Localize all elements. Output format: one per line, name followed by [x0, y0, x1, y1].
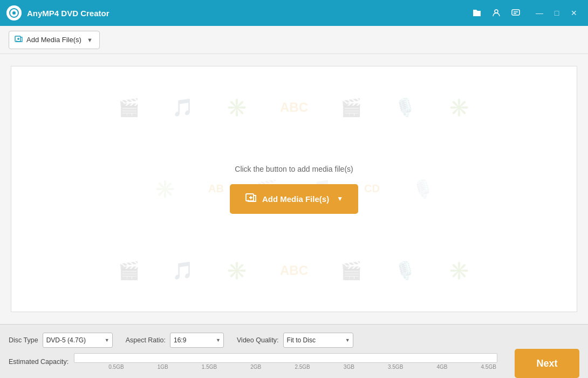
capacity-bar-wrapper: 0.5GB 1GB 1.5GB 2GB 2.5GB 3GB 3.5GB 4GB …	[74, 353, 497, 370]
drop-center: Click the button to add media file(s) Ad…	[230, 165, 358, 214]
minimize-button[interactable]: —	[532, 5, 547, 21]
svg-rect-3	[512, 10, 519, 15]
video-quality-select[interactable]: Fit to Disc High Quality Medium Quality …	[283, 333, 353, 348]
bottom-row-1: Disc Type DVD-5 (4.7G) DVD-9 (8.5G) BD-2…	[9, 333, 497, 348]
close-button[interactable]: ✕	[566, 5, 582, 21]
aspect-ratio-field: Aspect Ratio: 16:9 4:3	[126, 333, 224, 348]
add-media-icon	[15, 35, 23, 45]
dropdown-arrow-icon: ▼	[87, 37, 93, 43]
open-file-icon[interactable]	[469, 5, 484, 21]
maximize-button[interactable]: □	[549, 5, 564, 21]
svg-point-2	[495, 10, 498, 13]
disc-type-label: Disc Type	[9, 336, 38, 344]
disc-type-select[interactable]: DVD-5 (4.7G) DVD-9 (8.5G) BD-25 BD-50	[43, 333, 113, 348]
next-button[interactable]: Next	[515, 349, 579, 378]
estimated-capacity-label: Estimated Capacity:	[9, 358, 69, 366]
capacity-ticks: 0.5GB 1GB 1.5GB 2GB 2.5GB 3GB 3.5GB 4GB …	[74, 364, 497, 370]
feedback-icon[interactable]	[508, 5, 523, 21]
bottom-bar: Disc Type DVD-5 (4.7G) DVD-9 (8.5G) BD-2…	[0, 324, 588, 378]
capacity-bar-bg	[74, 353, 497, 363]
aspect-ratio-select[interactable]: 16:9 4:3	[170, 333, 224, 348]
register-icon[interactable]	[489, 5, 504, 21]
add-media-big-label: Add Media File(s)	[262, 194, 329, 204]
disc-type-select-wrapper: DVD-5 (4.7G) DVD-9 (8.5G) BD-25 BD-50	[43, 333, 113, 348]
disc-type-field: Disc Type DVD-5 (4.7G) DVD-9 (8.5G) BD-2…	[9, 333, 113, 348]
svg-point-1	[12, 11, 16, 15]
video-quality-field: Video Quality: Fit to Disc High Quality …	[237, 333, 353, 348]
toolbar: Add Media File(s) ▼	[0, 26, 588, 54]
video-quality-label: Video Quality:	[237, 336, 279, 344]
add-media-big-button[interactable]: Add Media File(s) ▼	[230, 184, 358, 214]
add-media-label: Add Media File(s)	[26, 36, 81, 44]
aspect-ratio-label: Aspect Ratio:	[126, 336, 166, 344]
add-media-button[interactable]: Add Media File(s) ▼	[9, 31, 100, 49]
bottom-fields: Disc Type DVD-5 (4.7G) DVD-9 (8.5G) BD-2…	[9, 333, 506, 370]
bottom-row-2: Estimated Capacity: 0.5GB 1GB 1.5GB 2GB …	[9, 353, 497, 370]
drop-hint-text: Click the button to add media file(s)	[235, 165, 353, 173]
app-title: AnyMP4 DVD Creator	[27, 9, 469, 18]
titlebar: AnyMP4 DVD Creator — □ ✕	[0, 0, 588, 26]
add-media-big-arrow: ▼	[337, 195, 343, 202]
app-logo	[6, 5, 22, 21]
video-quality-select-wrapper: Fit to Disc High Quality Medium Quality …	[283, 333, 353, 348]
window-controls: — □ ✕	[532, 5, 582, 21]
drop-zone: 🎬 🎵 ✳️ ABC 🎬 🎙️ ✳️ ✳️ AB 🎬 🎵 CD 🎙️ 🎬 🎵 ✳…	[11, 66, 577, 312]
titlebar-toolbar-icons	[469, 5, 523, 21]
aspect-ratio-select-wrapper: 16:9 4:3	[170, 333, 224, 348]
add-media-big-icon	[245, 192, 257, 206]
